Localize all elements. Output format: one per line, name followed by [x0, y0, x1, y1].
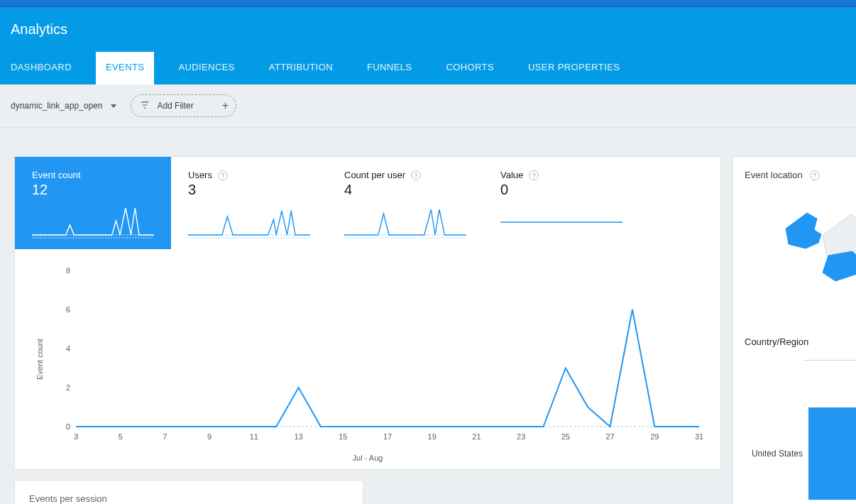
tab-user-properties[interactable]: USER PROPERTIES	[528, 52, 620, 84]
help-icon[interactable]: ?	[411, 170, 421, 180]
chevron-down-icon	[111, 104, 116, 108]
filter-icon	[140, 100, 150, 112]
stat-label-text: Count per user	[344, 170, 405, 180]
svg-text:0: 0	[66, 422, 70, 431]
chart-xlabel: Jul - Aug	[36, 454, 699, 462]
svg-text:8: 8	[66, 266, 70, 275]
svg-text:4: 4	[66, 344, 70, 353]
stat-label-text: Event count	[32, 170, 81, 180]
tab-audiences[interactable]: AUDIENCES	[178, 52, 234, 84]
svg-text:19: 19	[428, 432, 437, 441]
sparkline-users	[188, 207, 310, 239]
svg-text:25: 25	[561, 432, 570, 441]
svg-text:9: 9	[207, 432, 212, 441]
svg-text:23: 23	[517, 432, 525, 441]
tab-funnels[interactable]: FUNNELS	[367, 52, 412, 84]
svg-text:3: 3	[74, 432, 78, 441]
svg-text:27: 27	[605, 432, 614, 441]
divider	[803, 360, 856, 361]
content-area: Event count 12 Users ?	[0, 128, 856, 504]
event-location-title: Event location ?	[745, 170, 856, 180]
stat-label: Event count	[32, 170, 154, 180]
page-title: Analytics	[0, 7, 856, 52]
help-icon[interactable]: ?	[810, 170, 820, 180]
line-chart-svg: 0246835791113151719212325272931	[55, 263, 706, 448]
events-per-session-card: Events per session	[14, 480, 363, 504]
country-label: United States	[745, 449, 803, 459]
country-region-title: Country/Region	[745, 336, 856, 347]
title-text: Event location	[745, 170, 803, 180]
svg-text:5: 5	[119, 432, 123, 441]
tab-dashboard[interactable]: DASHBOARD	[11, 52, 72, 84]
svg-text:6: 6	[66, 305, 70, 314]
stat-event-count[interactable]: Event count 12	[15, 157, 171, 249]
stat-row: Event count 12 Users ?	[15, 157, 720, 249]
stat-value: 4	[344, 182, 466, 198]
svg-text:17: 17	[383, 432, 392, 441]
main-chart: Event count 0246835791113151719212325272…	[15, 249, 720, 469]
stat-label-text: Users	[188, 170, 212, 180]
stat-label-text: Value	[500, 170, 523, 180]
stat-value: 3	[188, 182, 310, 198]
sparkline-event-count	[32, 207, 154, 239]
svg-text:13: 13	[294, 432, 302, 441]
sparkline-count-per-user	[344, 207, 466, 239]
stat-value-number: 0	[500, 182, 622, 198]
add-filter-button[interactable]: Add Filter +	[131, 94, 236, 117]
tab-attribution[interactable]: ATTRIBUTION	[269, 52, 333, 84]
svg-text:15: 15	[339, 432, 347, 441]
tab-events[interactable]: EVENTS	[96, 52, 154, 84]
svg-text:11: 11	[250, 432, 258, 441]
chart-ylabel: Event count	[35, 339, 44, 380]
eps-title: Events per session	[29, 493, 107, 504]
filter-bar: dynamic_link_app_open Add Filter +	[0, 84, 856, 128]
tab-bar: DASHBOARD EVENTS AUDIENCES ATTRIBUTION F…	[0, 52, 856, 84]
add-filter-label: Add Filter	[157, 101, 193, 111]
svg-text:2: 2	[66, 383, 70, 392]
help-icon[interactable]: ?	[529, 170, 539, 180]
stat-value: 12	[32, 182, 154, 198]
country-row: United States	[745, 407, 856, 500]
event-select[interactable]: dynamic_link_app_open	[11, 98, 116, 114]
stat-label: Count per user ?	[344, 170, 466, 180]
event-select-value: dynamic_link_app_open	[11, 101, 102, 111]
stat-users[interactable]: Users ? 3	[171, 157, 327, 249]
country-bar	[808, 407, 856, 500]
tab-cohorts[interactable]: COHORTS	[446, 52, 494, 84]
stat-value[interactable]: Value ? 0	[483, 157, 640, 249]
svg-text:7: 7	[163, 432, 167, 441]
window-topbar	[0, 0, 856, 7]
svg-text:29: 29	[650, 432, 659, 441]
event-stats-card: Event count 12 Users ?	[14, 156, 721, 470]
svg-text:21: 21	[472, 432, 481, 441]
stat-label: Value ?	[500, 170, 622, 180]
world-map	[745, 186, 856, 307]
plus-icon: +	[222, 99, 229, 112]
main-column: Event count 12 Users ?	[14, 156, 721, 504]
stat-count-per-user[interactable]: Count per user ? 4	[327, 157, 483, 249]
stat-label: Users ?	[188, 170, 310, 180]
sparkline-value	[500, 207, 622, 239]
svg-text:31: 31	[695, 432, 703, 441]
event-location-card: Event location ? Country/Region United S…	[732, 156, 856, 504]
help-icon[interactable]: ?	[218, 170, 228, 180]
app-header: Analytics DASHBOARD EVENTS AUDIENCES ATT…	[0, 7, 856, 84]
